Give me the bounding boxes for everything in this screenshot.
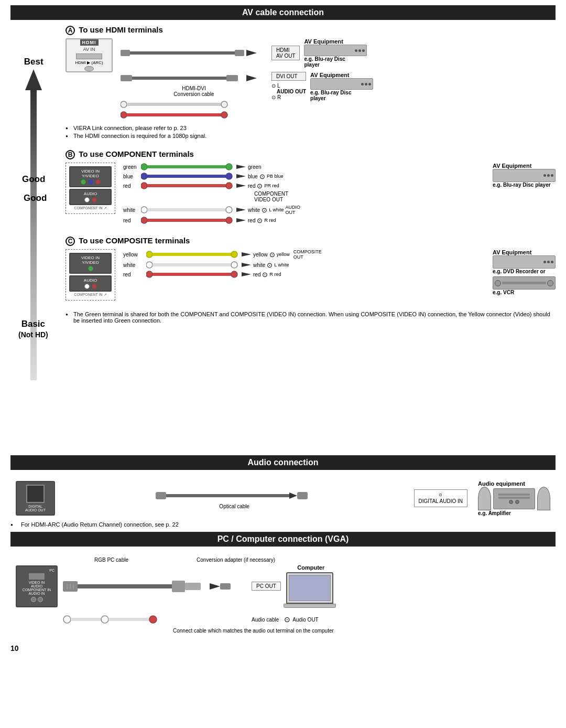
comp-audio-circles <box>72 197 108 202</box>
svg-marker-39 <box>242 252 251 256</box>
eg-bluray2: e.g. Blu-ray Discplayer <box>310 90 373 101</box>
hdmi-dvi-label: HDMI-DVIConversion cable <box>121 85 267 97</box>
component-title-text: To use COMPONENT terminals <box>79 149 194 158</box>
laptop-base <box>284 604 336 608</box>
svg-rect-57 <box>172 581 185 592</box>
svg-point-22 <box>226 173 232 179</box>
hdmi-conn2-row: HDMI-DVIConversion cable <box>121 72 556 120</box>
svg-rect-2 <box>121 50 130 56</box>
component-circle-label: B <box>66 150 75 159</box>
audio-eg-label: e.g. Amplifier <box>478 510 550 516</box>
amp-slot <box>498 494 530 496</box>
comp-red2-cable <box>141 216 246 224</box>
comp-blue-row: blue blue ⊙ PB blue <box>123 172 485 180</box>
comp-yellow-label-right: yellow <box>277 252 290 257</box>
audio-r-label: ⊙ R <box>271 94 306 100</box>
comp-red2-label-left: red <box>123 218 139 223</box>
quality-label-best: Best <box>24 57 43 67</box>
comp-red2-row: red red ⊙ R red <box>123 216 485 224</box>
svg-rect-25 <box>147 184 226 187</box>
hdmi-right2-labels: DVI OUT ⊙ L AUDIO OUT ⊙ R <box>271 72 306 100</box>
pc-note: Connect cable which matches the audio ou… <box>173 628 550 634</box>
section-component: B To use COMPONENT terminals VIDEO INY/V… <box>66 149 556 226</box>
svg-point-38 <box>231 251 237 258</box>
av-cable-header: AV cable connection <box>10 5 556 20</box>
optical-cable-svg <box>156 488 313 504</box>
svg-rect-33 <box>147 219 226 222</box>
composite-cables: yellow yellow ⊙ yellow <box>123 249 485 280</box>
svg-point-32 <box>141 217 147 223</box>
audio-panel-screen <box>26 485 45 503</box>
comp-panel-bottom2: COMPONENT IN ↗ <box>69 293 112 297</box>
comp-red3-label-left: red <box>123 272 144 277</box>
composite-circle-label: C <box>66 237 75 246</box>
comp-white2-row: white white ⊙ L white <box>123 261 485 269</box>
dvi-cable-row <box>121 72 267 84</box>
audio-note: For HDMI-ARC (Audio Return Channel) conn… <box>10 521 556 528</box>
svg-marker-19 <box>236 165 246 169</box>
comp-red-label-right: PR red <box>264 183 279 188</box>
comp-yellow-cable <box>146 250 251 259</box>
svg-point-44 <box>146 271 153 277</box>
hdmi-right1-labels: HDMIAV OUT <box>271 46 300 60</box>
audio-title: Audio connection <box>247 458 318 467</box>
hdmi-avin-label: AV IN <box>83 47 95 52</box>
svg-rect-58 <box>185 583 201 590</box>
main-content: A To use HDMI terminals HDMI AV IN HDMI … <box>66 25 556 324</box>
digital-audio-in-label: DIGITAL AUDIO IN <box>419 498 463 504</box>
comp-white-cable <box>141 206 246 214</box>
svg-rect-62 <box>71 618 102 621</box>
av-equip-visual2 <box>310 78 373 90</box>
hdmi-port-visual <box>76 53 102 59</box>
amp-knobs <box>509 500 519 504</box>
comp-panel-top: VIDEO INY/VIDEO <box>69 166 112 187</box>
svg-rect-21 <box>147 175 226 178</box>
audio-cable-text: Audio cable <box>252 617 279 623</box>
comp-red-cable <box>141 181 246 190</box>
audio-tv-panel: DIGITALAUDIO OUT <box>16 481 55 516</box>
svg-point-61 <box>63 616 71 623</box>
pc-panel-videoin: VIDEO IN <box>19 581 55 584</box>
svg-rect-64 <box>108 618 150 621</box>
hdmi-connections: HDMIAV OUT AV Equipment e.g. Blu-ray Dis… <box>121 38 556 122</box>
comp-red3-cable <box>146 270 251 279</box>
pc-header: PC / Computer connection (VGA) <box>10 532 556 547</box>
pc-diagram-area: RGB PC cable Conversion adapter (if nece… <box>10 552 556 639</box>
svg-rect-45 <box>153 273 231 276</box>
svg-rect-56 <box>78 584 172 588</box>
svg-marker-0 <box>25 69 42 90</box>
comp-white-label-left: white <box>123 207 139 213</box>
svg-rect-4 <box>235 50 244 56</box>
comp-red3-row: red red ⊙ R red <box>123 270 485 279</box>
comp-green-label-left: green <box>123 164 139 170</box>
composite-note: The Green terminal is shared for both th… <box>66 311 556 324</box>
comp-yellow-right: yellow ⊙ yellow COMPOSITEOUT <box>253 249 322 260</box>
svg-point-46 <box>231 271 237 277</box>
comp-red3-right: red ⊙ R red <box>253 271 281 279</box>
pc-out-box: PC OUT <box>252 582 281 591</box>
av-section-content: Best Good <box>10 25 556 450</box>
comp-eg-vcr: e.g. VCR <box>493 290 556 295</box>
svg-point-10 <box>121 101 127 108</box>
svg-rect-49 <box>166 494 292 497</box>
comp-red-label-left: red <box>123 183 139 189</box>
hdmi-avout-box: HDMIAV OUT <box>271 46 300 60</box>
component-diagram-row: VIDEO INY/VIDEO AUDIO <box>66 163 556 226</box>
svg-point-26 <box>226 183 232 189</box>
comp-red2-label-right: R red <box>264 218 276 223</box>
svg-point-20 <box>141 173 147 179</box>
svg-marker-9 <box>246 75 257 81</box>
pc-panel-audio: AUDIO <box>19 584 55 588</box>
hdmi-section-title: A To use HDMI terminals <box>66 25 556 35</box>
comp-av-equip: AV Equipment e.g. Blu-ray Disc player <box>493 163 556 188</box>
pc-out-label: PC OUT <box>252 582 281 591</box>
comp-white2-label-right: L white <box>274 262 289 267</box>
hdmi-note2: The HDMI connection is required for a 10… <box>66 133 556 139</box>
pc-section: PC / Computer connection (VGA) RGB PC ca… <box>10 532 556 639</box>
comp-red-row: red red ⊙ PR red <box>123 181 485 190</box>
quality-basic-label: Basic (Not HD) <box>18 319 48 340</box>
svg-point-16 <box>141 164 147 170</box>
av-equipment-label1: AV Equipment <box>304 38 367 45</box>
digital-audio-in-box: ⊙ DIGITAL AUDIO IN <box>414 489 467 507</box>
pc-title: PC / Computer connection (VGA) <box>217 534 349 543</box>
